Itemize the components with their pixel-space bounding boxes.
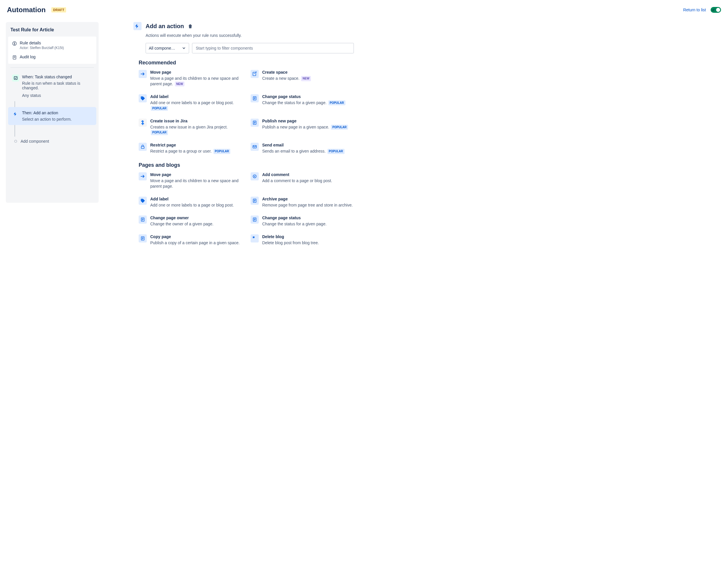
check-square-icon — [12, 75, 19, 82]
action-card[interactable]: Change page statusChange the status for … — [251, 94, 354, 111]
action-badge: POPULAR — [331, 125, 348, 130]
action-desc: Change the owner of a given page. — [150, 221, 213, 227]
action-desc: Add a comment to a page or blog post. — [262, 178, 332, 184]
action-title: Publish new page — [262, 119, 348, 123]
action-title: Add label — [150, 94, 242, 99]
lock-icon — [139, 143, 147, 151]
action-card[interactable]: Add commentAdd a comment to a page or bl… — [251, 172, 354, 189]
delete-action-button[interactable] — [188, 24, 193, 28]
component-category-select[interactable]: All compone… — [146, 43, 189, 53]
select-value: All compone… — [149, 46, 175, 50]
jira-icon — [139, 119, 147, 127]
rule-meta-card: Rule details Actor: Steffen Burzlaff (K1… — [8, 37, 96, 64]
action-title: Move page — [150, 70, 242, 75]
rule-sidebar: Test Rule for Article Rule details Actor… — [6, 22, 99, 203]
action-badge: POPULAR — [151, 106, 168, 111]
action-badge: NEW — [175, 82, 184, 87]
info-icon — [12, 41, 17, 46]
action-desc: Publish a copy of a certain page in a gi… — [150, 240, 240, 246]
trigger-extra: Any status — [22, 93, 92, 98]
mail-icon — [251, 143, 259, 151]
action-desc: Change the status for a given page. POPU… — [262, 100, 345, 106]
action-card[interactable]: Move pageMove a page and its children to… — [139, 70, 242, 87]
action-badge: POPULAR — [213, 149, 231, 154]
page-icon — [139, 234, 147, 242]
action-desc: Sends an email to a given address. POPUL… — [262, 149, 345, 154]
rule-enabled-toggle[interactable] — [711, 7, 721, 13]
document-icon — [12, 55, 17, 60]
status-badge: DRAFT — [51, 7, 66, 12]
page-icon — [251, 197, 259, 205]
component-search-input[interactable] — [192, 43, 354, 53]
action-section: Pages and blogsMove pageMove a page and … — [139, 162, 354, 245]
check-icon — [712, 8, 715, 11]
sidebar-item-rule-details[interactable]: Rule details Actor: Steffen Burzlaff (K1… — [8, 38, 96, 52]
action-title: Restrict page — [150, 143, 230, 147]
panel-heading: Add an action — [146, 23, 184, 30]
sidebar-item-audit-log[interactable]: Audit log — [8, 52, 96, 62]
action-card[interactable]: Add labelAdd one or more labels to a pag… — [139, 94, 242, 111]
page-plus-icon — [251, 70, 259, 78]
section-title: Pages and blogs — [139, 162, 354, 168]
add-component-label: Add component — [21, 139, 49, 144]
action-desc: Add one or more labels to a page or blog… — [150, 202, 234, 208]
action-title: Move page — [150, 172, 242, 177]
action-card[interactable]: Delete blogDelete blog post from blog tr… — [251, 234, 354, 246]
action-card[interactable]: Add labelAdd one or more labels to a pag… — [139, 197, 242, 208]
action-card[interactable]: Restrict pageRestrict a page to a group … — [139, 143, 242, 154]
quote-icon — [251, 234, 259, 242]
action-desc: Move a page and its children to a new sp… — [150, 178, 242, 189]
action-title: Copy page — [150, 234, 240, 239]
action-title: Change page status — [262, 216, 327, 220]
action-badge: POPULAR — [151, 130, 168, 135]
action-desc: Delete blog post from blog tree. — [262, 240, 319, 246]
arrow-right-icon — [139, 172, 147, 180]
action-card[interactable]: Move pageMove a page and its children to… — [139, 172, 242, 189]
action-badge: POPULAR — [328, 100, 345, 106]
action-title: Then: Add an action — [22, 111, 72, 115]
action-title: Add comment — [262, 172, 332, 177]
bubble-icon — [251, 172, 259, 180]
action-grid: Move pageMove a page and its children to… — [139, 70, 354, 154]
action-card[interactable]: Publish new pagePublish a new page in a … — [251, 119, 354, 135]
action-desc: Creates a new issue in a given Jira proj… — [150, 124, 242, 135]
action-desc: Publish a new page in a given space. POP… — [262, 124, 348, 130]
divider — [10, 67, 94, 68]
section-title: Recommended — [139, 60, 354, 66]
add-component-button[interactable]: Add component — [8, 137, 96, 146]
action-desc: Add one or more labels to a page or blog… — [150, 100, 242, 111]
trigger-desc: Rule is run when a task status is change… — [22, 81, 92, 90]
page-header: Automation DRAFT Return to list — [6, 6, 722, 14]
action-card[interactable]: Change page ownerChange the owner of a g… — [139, 216, 242, 227]
flow-connector — [15, 125, 96, 137]
rule-actor-label: Actor: Steffen Burzlaff (K15t) — [20, 46, 64, 50]
action-card[interactable]: Archive pageRemove page from page tree a… — [251, 197, 354, 208]
action-desc: Select an action to perform. — [22, 117, 72, 122]
tag-icon — [139, 197, 147, 205]
return-to-list-link[interactable]: Return to list — [683, 8, 706, 12]
action-picker-panel: Add an action Actions will execute when … — [133, 22, 354, 254]
action-badge: NEW — [301, 76, 311, 81]
action-card[interactable]: Send emailSends an email to a given addr… — [251, 143, 354, 154]
action-desc: Change the status for a given page. — [262, 221, 327, 227]
page-title: Automation — [7, 6, 46, 14]
rule-title: Test Rule for Article — [6, 22, 99, 37]
action-title: Create space — [262, 70, 311, 75]
action-title: Send email — [262, 143, 345, 147]
action-section: RecommendedMove pageMove a page and its … — [139, 60, 354, 154]
trigger-title: When: Task status changed — [22, 75, 92, 79]
audit-log-label: Audit log — [20, 55, 35, 59]
action-title: Change page status — [262, 94, 345, 99]
action-title: Archive page — [262, 197, 353, 201]
bolt-icon — [12, 111, 19, 117]
tag-icon — [139, 94, 147, 102]
action-card[interactable]: Create spaceCreate a new space. NEW — [251, 70, 354, 87]
action-desc: Restrict a page to a group or user. POPU… — [150, 149, 230, 154]
action-card[interactable]: Copy pagePublish a copy of a certain pag… — [139, 234, 242, 246]
action-card[interactable]: Create issue in JiraCreates a new issue … — [139, 119, 242, 135]
trigger-step[interactable]: When: Task status changed Rule is run wh… — [8, 71, 96, 101]
action-card[interactable]: Change page statusChange the status for … — [251, 216, 354, 227]
flow-connector — [15, 101, 96, 107]
action-step-selected[interactable]: Then: Add an action Select an action to … — [8, 107, 96, 125]
chevron-down-icon — [182, 46, 186, 50]
